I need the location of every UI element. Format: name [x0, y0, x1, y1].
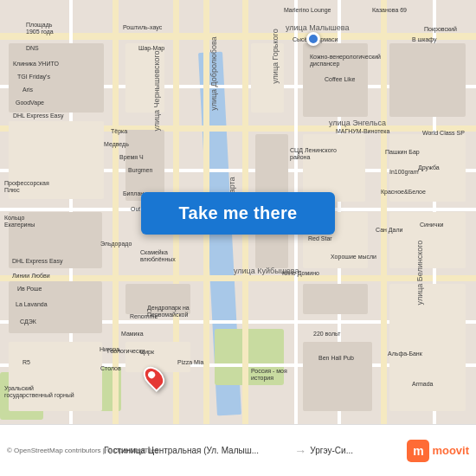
bottom-bar: © OpenStreetMap contributors | © OpenMap…: [0, 424, 476, 476]
moovit-logo-section: m moovit: [407, 440, 469, 462]
block2: [9, 121, 104, 199]
park-pervomayskaya: [215, 329, 284, 385]
block16: [9, 342, 102, 411]
block3: [9, 212, 102, 268]
block7: [303, 43, 368, 117]
destination-dot: [147, 370, 157, 380]
take-me-there-button[interactable]: Take me there: [141, 192, 335, 235]
block1: [9, 43, 104, 113]
road-chernyshevskogo: [113, 0, 119, 424]
block15: [9, 281, 102, 333]
block5: [125, 130, 164, 201]
block10: [389, 134, 466, 202]
to-label: Ургэу-Си...: [310, 446, 353, 455]
map-container: улица Малышева улица Энгельса улица Куйб…: [0, 0, 476, 424]
from-section[interactable]: Гостиница Центральная (Ул. Малыш...: [104, 446, 291, 455]
attribution-section: © OpenStreetMap contributors | © OpenMap…: [7, 447, 100, 454]
moovit-m-icon: m: [407, 440, 429, 462]
cta-button-label: Take me there: [179, 203, 298, 223]
to-section[interactable]: Ургэу-Си...: [310, 446, 403, 455]
block14: [389, 212, 466, 268]
block6: [251, 43, 284, 113]
moovit-text: moovit: [432, 444, 469, 457]
route-arrow: →: [294, 444, 306, 458]
block13: [303, 284, 368, 314]
block19: [303, 342, 372, 411]
block4: [125, 43, 164, 113]
block9: [389, 43, 466, 117]
origin-marker: [306, 32, 320, 46]
road-belinskogo: [381, 0, 387, 424]
from-label: Гостиница Центральная (Ул. Малыш...: [104, 446, 259, 455]
block17: [125, 284, 190, 314]
destination-marker: [145, 365, 163, 389]
block20: [389, 284, 466, 411]
